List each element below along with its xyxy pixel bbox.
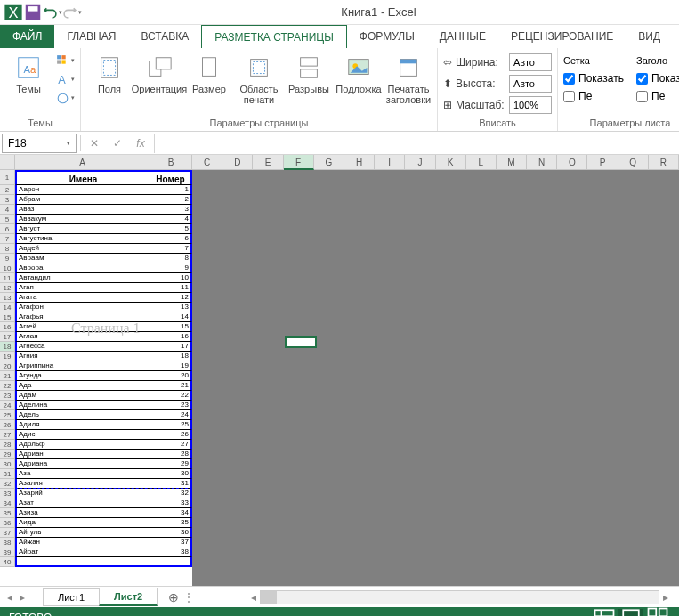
name-box[interactable]: F18▾ xyxy=(2,134,77,153)
row-header-10[interactable]: 10 xyxy=(0,263,15,273)
excel-icon[interactable]: X xyxy=(4,3,23,22)
cell-B2[interactable]: 1 xyxy=(150,185,192,195)
cell-A11[interactable]: Автандил xyxy=(15,273,150,283)
cell-A25[interactable]: Адель xyxy=(15,410,150,420)
col-header-C[interactable]: C xyxy=(192,155,222,170)
cell-A2[interactable]: Аарон xyxy=(15,185,150,195)
headings-view-checkbox[interactable] xyxy=(636,73,648,85)
cell-A8[interactable]: Авдей xyxy=(15,244,150,254)
cell-A39[interactable]: Айрат xyxy=(15,547,150,557)
tab-formulas[interactable]: ФОРМУЛЫ xyxy=(347,25,427,48)
row-header-23[interactable]: 23 xyxy=(0,391,15,401)
cell-B10[interactable]: 9 xyxy=(150,263,192,273)
cell-B12[interactable]: 11 xyxy=(150,283,192,293)
cell-A38[interactable]: Айжан xyxy=(15,538,150,547)
sheet-tab-1[interactable]: Лист1 xyxy=(43,588,100,606)
col-header-B[interactable]: B xyxy=(150,155,192,170)
cell-A32[interactable]: Азалия xyxy=(15,479,150,489)
cell-B23[interactable]: 22 xyxy=(150,391,192,401)
size-button[interactable]: Размер xyxy=(186,52,232,96)
sheet-prev-icon[interactable]: ◂ xyxy=(7,591,12,604)
cell-B33[interactable]: 32 xyxy=(150,489,192,498)
cell-A35[interactable]: Азиза xyxy=(15,508,150,518)
breaks-button[interactable]: Разрывы xyxy=(286,52,332,96)
horizontal-scrollbar[interactable]: ◂ ▸ xyxy=(247,590,672,604)
cell-A14[interactable]: Агафон xyxy=(15,303,150,312)
cell-A31[interactable]: Аза xyxy=(15,469,150,479)
col-header-L[interactable]: L xyxy=(466,155,497,170)
row-header-16[interactable]: 16 xyxy=(0,322,15,332)
tab-data[interactable]: ДАННЫЕ xyxy=(427,25,498,48)
row-header-3[interactable]: 3 xyxy=(0,195,15,205)
row-header-4[interactable]: 4 xyxy=(0,205,15,215)
cell-A13[interactable]: Агата xyxy=(15,293,150,303)
row-header-15[interactable]: 15 xyxy=(0,312,15,322)
cell-B30[interactable]: 29 xyxy=(150,459,192,469)
effects-icon[interactable]: ▾ xyxy=(55,89,75,107)
col-header-J[interactable]: J xyxy=(405,155,435,170)
formula-input[interactable] xyxy=(154,134,677,153)
row-header-31[interactable]: 31 xyxy=(0,469,15,479)
cell-A16[interactable]: Аггей xyxy=(15,322,150,332)
row-header-29[interactable]: 29 xyxy=(0,450,15,459)
cell-A22[interactable]: Ада xyxy=(15,381,150,391)
col-header-N[interactable]: N xyxy=(527,155,557,170)
col-header-M[interactable]: M xyxy=(497,155,527,170)
cell-A26[interactable]: Адиля xyxy=(15,420,150,430)
cell-A30[interactable]: Адриана xyxy=(15,459,150,469)
margins-button[interactable]: Поля xyxy=(86,52,133,96)
row-header-22[interactable]: 22 xyxy=(0,381,15,391)
cell-B31[interactable]: 30 xyxy=(150,469,192,479)
fx-icon[interactable]: fx xyxy=(131,134,150,153)
row-header-38[interactable]: 38 xyxy=(0,538,15,547)
save-icon[interactable] xyxy=(23,3,43,22)
cell-B3[interactable]: 2 xyxy=(150,195,192,205)
cell-B39[interactable]: 38 xyxy=(150,547,192,557)
cell-A36[interactable]: Аида xyxy=(15,518,150,528)
background-button[interactable]: Подложка xyxy=(335,52,382,96)
row-header-30[interactable]: 30 xyxy=(0,459,15,469)
cell-A37[interactable]: Айгуль xyxy=(15,528,150,538)
row-header-12[interactable]: 12 xyxy=(0,283,15,293)
fonts-icon[interactable]: A▾ xyxy=(55,70,75,88)
cell-A29[interactable]: Адриан xyxy=(15,450,150,459)
cell-B28[interactable]: 27 xyxy=(150,440,192,450)
row-header-5[interactable]: 5 xyxy=(0,215,15,224)
cell-A1[interactable]: Имена xyxy=(15,170,150,185)
cell-B38[interactable]: 37 xyxy=(150,538,192,547)
cell-B17[interactable]: 16 xyxy=(150,332,192,342)
cell-A34[interactable]: Азат xyxy=(15,498,150,508)
gridlines-view-checkbox[interactable] xyxy=(563,73,575,85)
select-all-cell[interactable] xyxy=(0,155,15,170)
cancel-icon[interactable]: ✕ xyxy=(85,134,104,153)
row-header-26[interactable]: 26 xyxy=(0,420,15,430)
cell-B34[interactable]: 33 xyxy=(150,498,192,508)
cell-B20[interactable]: 19 xyxy=(150,361,192,371)
tab-view[interactable]: ВИД xyxy=(626,25,673,48)
row-header-8[interactable]: 8 xyxy=(0,244,15,254)
col-header-R[interactable]: R xyxy=(649,155,679,170)
row-header-21[interactable]: 21 xyxy=(0,371,15,381)
row-header-2[interactable]: 2 xyxy=(0,185,15,195)
scroll-right-icon[interactable]: ▸ xyxy=(659,591,672,604)
cell-A18[interactable]: Агнесса xyxy=(15,342,150,352)
row-header-39[interactable]: 39 xyxy=(0,547,15,557)
row-header-18[interactable]: 18 xyxy=(0,342,15,352)
cell-B21[interactable]: 20 xyxy=(150,371,192,381)
colors-icon[interactable]: ▾ xyxy=(55,52,75,69)
sheet-next-icon[interactable]: ▸ xyxy=(20,591,25,604)
col-header-O[interactable]: O xyxy=(557,155,587,170)
cell-B1[interactable]: Номер xyxy=(150,170,192,185)
width-input[interactable] xyxy=(509,53,552,71)
print-area-button[interactable]: Область печати xyxy=(236,52,282,107)
worksheet[interactable]: A B CDEFGHIJKLMNOPQR 1ИменаНомер2Аарон13… xyxy=(0,155,679,586)
cell-A6[interactable]: Август xyxy=(15,224,150,234)
col-header-I[interactable]: I xyxy=(375,155,405,170)
add-sheet-button[interactable]: ⊕ xyxy=(164,590,183,604)
cell-A15[interactable]: Агафья xyxy=(15,312,150,322)
tab-insert[interactable]: ВСТАВКА xyxy=(128,25,201,48)
cell-B4[interactable]: 3 xyxy=(150,205,192,215)
cell-B14[interactable]: 13 xyxy=(150,303,192,312)
print-titles-button[interactable]: Печатать заголовки xyxy=(385,52,432,107)
redo-icon[interactable]: ▾ xyxy=(62,3,82,22)
